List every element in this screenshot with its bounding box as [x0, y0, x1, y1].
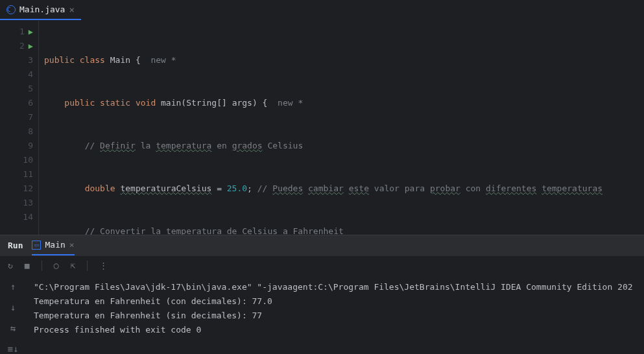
line-number: 4 — [28, 67, 33, 82]
line-number: 1 — [19, 25, 25, 39]
line-number: 6 — [28, 96, 33, 110]
rerun-icon[interactable]: ↻ — [8, 261, 13, 270]
export-icon[interactable]: ⇱ — [70, 261, 75, 270]
application-icon: ▭ — [32, 241, 41, 250]
code-line: // Convertir la temperatura de Celsius a… — [44, 224, 644, 235]
code-line: double temperaturaCelsius = 25.0; // Pue… — [44, 182, 644, 196]
up-icon[interactable]: ↑ — [10, 281, 16, 292]
separator — [87, 261, 88, 271]
run-panel-header: Run ▭ Main × — [0, 235, 644, 255]
line-number: 2 — [19, 39, 25, 53]
console-line: "C:\Program Files\Java\jdk-17\bin\java.e… — [34, 280, 636, 294]
tab-filename: Main.java — [19, 5, 65, 14]
line-number: 11 — [23, 167, 33, 182]
run-tab-label: Main — [45, 240, 65, 250]
soft-wrap-icon[interactable]: ⇆ — [10, 323, 16, 333]
run-gutter-icon[interactable]: ▶ — [29, 39, 33, 53]
down-icon[interactable]: ↓ — [10, 302, 16, 313]
console-output[interactable]: "C:\Program Files\Java\jdk-17\bin\java.e… — [26, 275, 644, 354]
code-area[interactable]: public class Main { new * public static … — [39, 21, 644, 235]
line-number: 12 — [23, 182, 33, 196]
console-line: Temperatura en Fahrenheit (con decimales… — [34, 294, 636, 309]
close-icon[interactable]: × — [69, 5, 74, 15]
run-tool-title: Run — [8, 241, 23, 250]
editor-tab-main-java[interactable]: C Main.java × — [0, 0, 81, 20]
line-number: 8 — [28, 124, 33, 139]
separator — [42, 261, 42, 271]
line-number: 3 — [28, 53, 33, 67]
stop-icon[interactable]: ■ — [25, 261, 30, 270]
run-side-toolbar: ↑ ↓ ⇆ ≡↓ — [0, 275, 26, 354]
line-number: 7 — [28, 110, 33, 124]
editor: 1▶ 2▶ 3 4 5 6 7 8 9 10 11 12 13 14 publi… — [0, 21, 644, 235]
editor-tabs: C Main.java × — [0, 0, 644, 21]
run-gutter-icon[interactable]: ▶ — [29, 25, 33, 39]
camera-icon[interactable]: ◯ — [54, 261, 59, 270]
line-number: 13 — [23, 196, 33, 210]
code-line: public static void main(String[] args) {… — [44, 96, 644, 110]
console-line: Temperatura en Fahrenheit (sin decimales… — [34, 309, 636, 323]
line-number: 14 — [23, 210, 33, 224]
line-number: 9 — [28, 139, 33, 153]
run-tab-main[interactable]: ▭ Main × — [32, 235, 74, 255]
console-line: Process finished with exit code 0 — [34, 323, 636, 337]
code-line: public class Main { new * — [44, 53, 644, 67]
gutter: 1▶ 2▶ 3 4 5 6 7 8 9 10 11 12 13 14 — [0, 21, 39, 235]
run-toolbar: ↻ ■ ◯ ⇱ ⋮ — [0, 255, 644, 275]
run-panel-body: ↑ ↓ ⇆ ≡↓ "C:\Program Files\Java\jdk-17\b… — [0, 275, 644, 354]
line-number: 10 — [23, 153, 33, 167]
more-icon[interactable]: ⋮ — [99, 261, 108, 270]
scroll-to-end-icon[interactable]: ≡↓ — [8, 344, 19, 354]
close-icon[interactable]: × — [69, 240, 75, 250]
java-file-icon: C — [6, 5, 16, 14]
line-number: 5 — [28, 82, 33, 96]
code-line: // Definir la temperatura en grados Cels… — [44, 139, 644, 153]
